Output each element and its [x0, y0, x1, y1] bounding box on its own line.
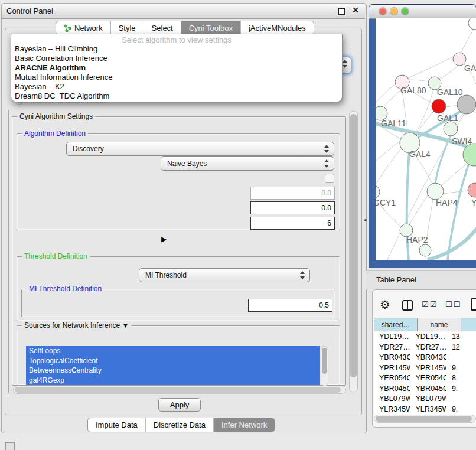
data-attribute-item[interactable]: gal4RGexp: [26, 376, 320, 386]
network-window-titlebar[interactable]: [369, 5, 476, 19]
hide-columns-icon[interactable]: ☐☐: [445, 300, 461, 309]
tab-impute-data[interactable]: Impute Data: [88, 418, 145, 432]
algorithm-option[interactable]: Bayesian – K2: [15, 82, 338, 92]
network-edge[interactable]: [409, 195, 428, 224]
table-cell: YDL19…: [374, 332, 410, 343]
table-row[interactable]: YBL079WYBL079W: [374, 394, 476, 405]
column-header[interactable]: name: [418, 318, 461, 331]
tab-label: Cyni Toolbox: [189, 24, 233, 32]
tab-select[interactable]: Select: [144, 21, 181, 35]
network-edge[interactable]: [435, 134, 451, 185]
table-cell: [446, 353, 476, 363]
network-node-partial-top[interactable]: [468, 18, 476, 30]
table-cell: [446, 394, 476, 405]
show-columns-icon[interactable]: ☑☑: [422, 300, 438, 309]
table-horizontal-scrollbar[interactable]: [374, 415, 476, 423]
zoom-traffic-light-icon[interactable]: [402, 8, 409, 15]
sources-legend: Sources for Network Inference ▼: [22, 321, 131, 330]
expand-right-icon[interactable]: ▶: [161, 235, 167, 243]
table-row[interactable]: YLR345WYLR345W9.: [374, 405, 476, 415]
which-threshold-combo[interactable]: MI Threshold: [139, 268, 310, 282]
algorithm-option[interactable]: Basic Correlation Inference: [15, 54, 338, 63]
tab-jactivemnodules[interactable]: jActiveMNodules: [240, 21, 314, 35]
dpi-tolerance-input[interactable]: [250, 201, 335, 214]
mi-type-combo[interactable]: Naive Bayes: [161, 156, 334, 171]
table-panel-bar: Table Panel: [366, 270, 476, 289]
network-node-SWI4[interactable]: [444, 122, 458, 136]
table-row[interactable]: YER054CYER054C8.: [374, 373, 476, 384]
network-edge[interactable]: [409, 80, 429, 81]
new-table-icon[interactable]: [471, 298, 476, 311]
aracne-mode-combo[interactable]: Discovery: [66, 142, 334, 156]
network-node-GAL1[interactable]: [432, 99, 446, 113]
tab-cyni-toolbox[interactable]: Cyni Toolbox: [181, 21, 240, 35]
table-cell: YPR145W: [374, 363, 410, 374]
mi-type-value: Naive Bayes: [167, 159, 207, 168]
algorithm-option[interactable]: Mutual Information Inference: [15, 73, 338, 82]
settings-horizontal-scrollbar[interactable]: [13, 386, 346, 394]
network-edge[interactable]: [376, 84, 395, 107]
network-edge[interactable]: [461, 28, 474, 54]
tab-label: jActiveMNodules: [249, 24, 306, 32]
table-row[interactable]: YDL19…YDL19…13: [374, 332, 476, 343]
algorithm-option[interactable]: Dream8 DC_TDC Algorithm: [15, 92, 338, 101]
tab-infer-network[interactable]: Infer Network: [213, 418, 275, 432]
tab-network[interactable]: Network: [56, 21, 110, 35]
control-panel-titlebar[interactable]: Control Panel ✕: [2, 4, 365, 19]
network-edge[interactable]: [445, 105, 458, 107]
tab-discretize-data[interactable]: Discretize Data: [145, 418, 213, 432]
columns-icon[interactable]: [402, 300, 413, 311]
network-node-label: GAL10: [437, 87, 463, 97]
network-node-label: Y: [471, 198, 476, 207]
stepper-icon: [324, 159, 329, 168]
mi-threshold-input[interactable]: [248, 299, 332, 312]
algorithm-option[interactable]: ARACNE Algorithm: [15, 63, 338, 73]
gear-icon[interactable]: ⚙: [380, 298, 390, 312]
attributes-scrollbar[interactable]: [321, 346, 328, 386]
table-cell: YBR045C: [410, 384, 446, 394]
control-panel-title: Control Panel: [6, 6, 53, 15]
data-attribute-item[interactable]: SelfLoops: [26, 346, 320, 356]
settings-vertical-scrollbar[interactable]: [349, 111, 358, 392]
which-threshold-value: MI Threshold: [145, 271, 187, 279]
network-node-gray-node[interactable]: [457, 95, 476, 114]
network-node-salmon-node[interactable]: [468, 183, 476, 197]
table-cell: YER054C: [374, 373, 410, 384]
kernel-width-input[interactable]: [250, 187, 335, 200]
table-row[interactable]: YPR145WYPR145W9.: [374, 363, 476, 374]
tab-style[interactable]: Style: [110, 21, 144, 35]
network-node-label: GCY1: [376, 198, 396, 207]
column-header[interactable]: [461, 318, 476, 331]
table-row[interactable]: YBR043CYBR043C: [374, 353, 476, 363]
dock-panel-chip[interactable]: [5, 442, 15, 450]
manual-kernel-checkbox[interactable]: [325, 174, 334, 183]
data-attributes-list[interactable]: SelfLoopsTopologicalCoefficientBetweenne…: [26, 346, 320, 385]
table-row[interactable]: YBR045CYBR045C9.: [374, 384, 476, 394]
network-edge[interactable]: [408, 56, 454, 78]
table-cell: YBR045C: [374, 384, 410, 394]
network-node-HAP4[interactable]: [427, 183, 444, 200]
close-icon[interactable]: ✕: [352, 5, 359, 15]
network-node-GCY1[interactable]: [376, 185, 380, 199]
algorithm-dropdown-list[interactable]: Select algorithm to view settings Bayesi…: [11, 34, 343, 102]
data-attribute-item[interactable]: BetweennessCentrality: [26, 366, 320, 376]
table-cell: YDR27…: [374, 343, 410, 353]
data-attribute-item[interactable]: TopologicalCoefficient: [26, 356, 320, 366]
collapse-down-icon[interactable]: ▼: [122, 321, 129, 330]
apply-button[interactable]: Apply: [158, 398, 201, 412]
network-canvas[interactable]: GALGAL80GAL10GAL1GAL11SWI4GAL4GCY1HAP4YH…: [376, 18, 476, 260]
network-edge[interactable]: [439, 65, 459, 79]
minimize-traffic-light-icon[interactable]: [390, 8, 397, 15]
stepper-icon: [324, 145, 329, 153]
float-window-icon[interactable]: [338, 8, 345, 15]
column-header[interactable]: shared…: [374, 318, 418, 331]
mi-steps-input[interactable]: [250, 217, 335, 230]
close-traffic-light-icon[interactable]: [379, 8, 386, 15]
network-node-bottom-green[interactable]: [419, 244, 431, 256]
stepper-icon: [342, 60, 347, 68]
table-row[interactable]: YDR27…YDR27…12: [374, 343, 476, 353]
bottom-tab-bar: Impute DataDiscretize DataInfer Network: [87, 418, 275, 432]
cyni-algorithm-settings-legend: Cyni Algorithm Settings: [17, 112, 95, 120]
algorithm-option[interactable]: Bayesian – Hill Climbing: [15, 44, 338, 54]
network-edge[interactable]: [376, 146, 403, 186]
